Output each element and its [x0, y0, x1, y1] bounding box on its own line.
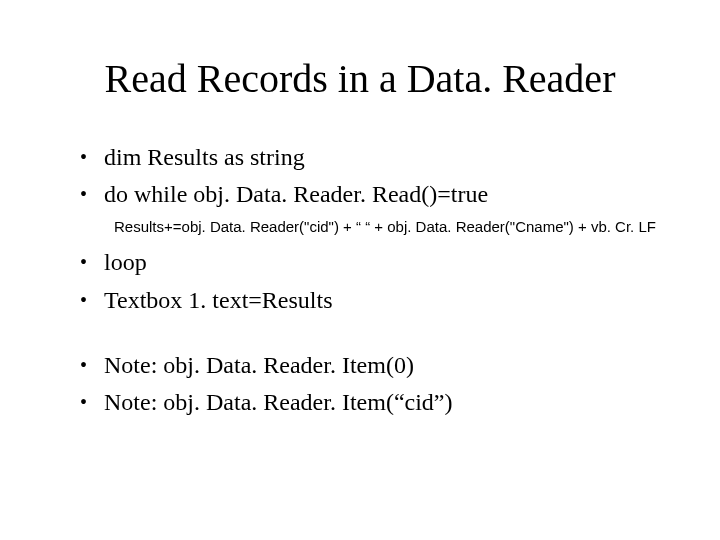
bullet-list: loop Textbox 1. text=Results [80, 247, 670, 315]
bullet-list: dim Results as string do while obj. Data… [80, 142, 670, 210]
bullet-item: Note: obj. Data. Reader. Item(“cid”) [80, 387, 670, 418]
spacer [50, 322, 670, 350]
bullet-item: Textbox 1. text=Results [80, 285, 670, 316]
bullet-item: loop [80, 247, 670, 278]
sub-bullet: Results+=obj. Data. Reader("cid") + “ “ … [114, 216, 670, 237]
bullet-item: dim Results as string [80, 142, 670, 173]
slide: Read Records in a Data. Reader dim Resul… [0, 0, 720, 540]
slide-title: Read Records in a Data. Reader [50, 55, 670, 102]
bullet-item: Note: obj. Data. Reader. Item(0) [80, 350, 670, 381]
bullet-list: Note: obj. Data. Reader. Item(0) Note: o… [80, 350, 670, 418]
bullet-item: do while obj. Data. Reader. Read()=true [80, 179, 670, 210]
